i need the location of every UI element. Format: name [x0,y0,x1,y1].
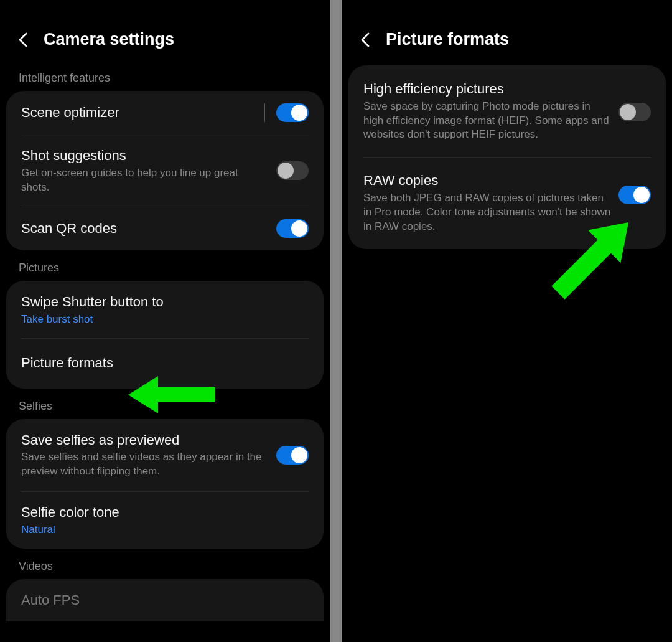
section-label-pictures: Pictures [0,250,330,281]
row-scan-qr[interactable]: Scan QR codes [6,207,324,250]
section-label-intelligent: Intelligent features [0,60,330,91]
shot-suggestions-toggle[interactable] [276,161,309,180]
selfie-color-tone-title: Selfie color tone [21,504,301,522]
shot-suggestions-title: Shot suggestions [21,147,269,165]
card-formats: High efficiency pictures Save space by c… [348,65,666,249]
scene-optimizer-toggle[interactable] [276,103,309,122]
heif-title: High efficiency pictures [363,80,611,98]
heif-desc: Save space by capturing Photo mode pictu… [363,100,611,143]
row-shot-suggestions[interactable]: Shot suggestions Get on-screen guides to… [6,135,324,207]
divider [264,103,265,122]
row-save-selfies[interactable]: Save selfies as previewed Save selfies a… [6,419,324,491]
screen-camera-settings: Camera settings Intelligent features Sce… [0,0,330,642]
row-heif[interactable]: High efficiency pictures Save space by c… [348,65,666,157]
header: Picture formats [342,0,672,60]
selfie-color-tone-value: Natural [21,524,301,536]
card-pictures: Swipe Shutter button to Take burst shot … [6,281,324,388]
save-selfies-title: Save selfies as previewed [21,432,269,450]
back-button[interactable] [15,31,32,49]
row-selfie-color-tone[interactable]: Selfie color tone Natural [6,491,324,549]
section-label-videos: Videos [0,549,330,579]
page-title: Picture formats [386,30,509,49]
row-raw[interactable]: RAW copies Save both JPEG and RAW copies… [348,157,666,248]
save-selfies-toggle[interactable] [276,446,309,465]
row-picture-formats[interactable]: Picture formats [6,338,324,389]
back-button[interactable] [357,31,375,49]
card-intelligent: Scene optimizer Shot suggestions Get on-… [6,91,324,250]
picture-formats-title: Picture formats [21,354,301,372]
card-videos: Auto FPS [6,579,324,622]
card-selfies: Save selfies as previewed Save selfies a… [6,419,324,549]
header: Camera settings [0,0,330,60]
screen-picture-formats: Picture formats High efficiency pictures… [342,0,672,642]
raw-desc: Save both JPEG and RAW copies of picture… [363,191,611,234]
scene-optimizer-title: Scene optimizer [21,104,257,122]
row-scene-optimizer[interactable]: Scene optimizer [6,91,324,135]
swipe-shutter-title: Swipe Shutter button to [21,293,301,311]
page-title: Camera settings [44,30,174,49]
section-label-selfies: Selfies [0,389,330,419]
row-swipe-shutter[interactable]: Swipe Shutter button to Take burst shot [6,281,324,338]
row-auto-fps[interactable]: Auto FPS [6,579,324,622]
scan-qr-toggle[interactable] [276,219,309,238]
raw-toggle[interactable] [618,186,651,204]
scan-qr-title: Scan QR codes [21,220,269,238]
heif-toggle[interactable] [618,103,651,121]
raw-title: RAW copies [363,172,611,190]
auto-fps-title: Auto FPS [21,592,301,610]
swipe-shutter-value: Take burst shot [21,313,301,326]
save-selfies-desc: Save selfies and selfie videos as they a… [21,450,269,479]
shot-suggestions-desc: Get on-screen guides to help you line up… [21,166,269,195]
